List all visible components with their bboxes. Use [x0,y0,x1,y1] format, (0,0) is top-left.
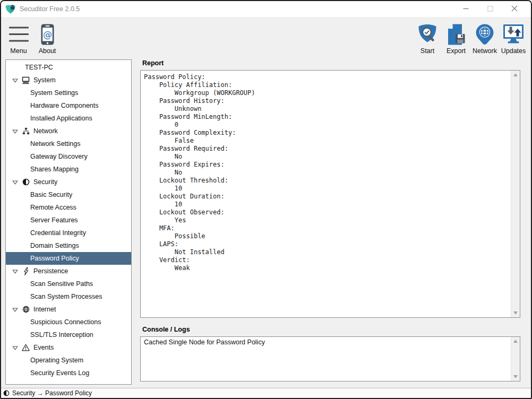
tree-item-test-pc[interactable]: TEST-PC [6,61,131,74]
scroll-down-icon[interactable] [513,311,518,315]
tree-item-label: Domain Settings [30,242,79,249]
tree-item-installed-applications[interactable]: Installed Applications [6,112,131,125]
tree-item-operating-system[interactable]: Operating System [6,354,131,367]
tree-item-system-settings[interactable]: System Settings [6,86,131,99]
toolbar-right-group: Start Export Network Updates [410,17,531,55]
computer-icon [21,76,30,84]
tree-item-label: Shares Mapping [30,166,79,173]
tree-item-security-events-log[interactable]: Security Events Log [6,367,131,379]
tree-item-suspicious-connections[interactable]: Suspicious Connections [6,316,131,328]
updates-button[interactable]: Updates [499,21,528,55]
tree-item-label: Gateway Discovery [30,153,88,160]
updates-monitor-icon [502,23,525,46]
toolbar-left-group: Menu @ About [1,17,65,55]
tree-item-label: System Settings [30,89,78,97]
tree-item-label: Network [33,127,58,135]
toolbar: Menu @ About Start Export [1,17,531,56]
scroll-up-icon[interactable] [513,340,518,343]
console-textbox[interactable]: Cached Single Node for Password Policy [140,336,520,381]
network-label: Network [473,47,497,55]
tree-item-label: System [33,76,56,84]
report-heading: Report [142,59,164,67]
report-textbox[interactable]: Password Policy: Policy Affiliation: Wor… [140,70,520,318]
tree-item-shares-mapping[interactable]: Shares Mapping [6,163,131,176]
half-circle-icon [21,178,30,186]
tree-item-label: Server Features [30,216,78,224]
tree-item-password-policy[interactable]: Password Policy [6,252,131,265]
status-bar: Security → Password Policy [1,388,531,398]
export-label: Export [447,47,466,55]
expander-open-icon[interactable] [11,268,19,275]
maximize-icon [487,5,493,13]
scroll-up-icon[interactable] [513,73,518,76]
app-window: Secuditor Free 2.0.5 Menu @ [0,0,532,399]
scroll-down-icon[interactable] [513,375,518,378]
tree-item-label: SSL/TLS Interception [30,331,93,339]
tree-item-label: Password Policy [30,255,79,262]
tree-item-label: Security Events Log [30,369,89,377]
tree-item-scan-sensitive-paths[interactable]: Scan Sensitive Paths [6,277,131,290]
report-content: Password Policy: Policy Affiliation: Wor… [141,71,520,275]
menu-label: Menu [10,47,27,55]
half-circle-icon [3,390,10,396]
start-button[interactable]: Start [413,21,442,55]
expander-open-icon[interactable] [11,306,19,313]
about-phone-icon: @ [40,23,55,46]
tree-item-internet[interactable]: Internet [6,303,131,316]
expander-open-icon[interactable] [11,128,19,135]
tree-item-label: Basic Security [30,191,72,198]
console-heading: Console / Logs [142,326,190,333]
close-button[interactable] [502,1,527,17]
tree-item-network[interactable]: Network [6,125,131,137]
title-bar: Secuditor Free 2.0.5 [1,1,531,17]
network-button[interactable]: Network [470,21,499,55]
tree-item-remote-access[interactable]: Remote Access [6,201,131,214]
tree-item-server-features[interactable]: Server Features [6,214,131,227]
report-scrollbar[interactable] [511,71,520,317]
tree-item-network-settings[interactable]: Network Settings [6,137,131,150]
menu-icon [9,23,29,46]
updates-label: Updates [501,47,526,55]
tree-item-label: Hardware Components [30,102,99,109]
tree-item-label: Suspicious Connections [30,318,101,326]
network-pin-globe-icon [475,23,494,46]
tree-item-label: Operating System [30,357,83,364]
tree-item-security[interactable]: Security [6,176,131,188]
warning-icon [21,344,30,351]
tree-item-ssl-tls-interception[interactable]: SSL/TLS Interception [6,328,131,341]
lightning-icon [21,267,30,275]
maximize-button[interactable] [478,1,502,17]
tree-item-persistence[interactable]: Persistence [6,265,131,277]
tree-item-hardware-components[interactable]: Hardware Components [6,99,131,112]
tree-item-gateway-discovery[interactable]: Gateway Discovery [6,150,131,163]
expander-open-icon[interactable] [11,179,19,186]
status-text: Security → Password Policy [12,389,92,397]
console-scrollbar[interactable] [511,337,520,381]
svg-text:@: @ [43,29,52,40]
tree-item-system[interactable]: System [6,74,131,86]
about-label: About [39,47,56,55]
tree-item-label: Persistence [33,267,68,275]
menu-button[interactable]: Menu [4,21,33,55]
about-button[interactable]: @ About [33,21,62,55]
tree-item-scan-system-processes[interactable]: Scan System Processes [6,290,131,303]
tree-item-label: Installed Applications [30,115,92,122]
expander-open-icon[interactable] [11,77,19,84]
tree-item-basic-security[interactable]: Basic Security [6,188,131,201]
close-icon [511,5,518,13]
tree-item-label: Remote Access [30,204,76,211]
tree-item-label: Events [33,344,54,351]
shield-lock-app-icon [5,4,16,14]
minimize-button[interactable] [453,1,478,17]
tree-item-domain-settings[interactable]: Domain Settings [6,239,131,252]
tree-item-label: Scan Sensitive Paths [30,280,93,288]
export-button[interactable]: Export [442,21,470,55]
tree-item-label: Credential Integrity [30,229,86,237]
tree-item-credential-integrity[interactable]: Credential Integrity [6,227,131,239]
tree-item-events[interactable]: Events [6,341,131,354]
window-controls [453,1,527,17]
network-nodes-icon [21,127,30,135]
expander-open-icon[interactable] [11,344,19,351]
window-title: Secuditor Free 2.0.5 [20,5,80,13]
globe-icon [21,306,30,313]
